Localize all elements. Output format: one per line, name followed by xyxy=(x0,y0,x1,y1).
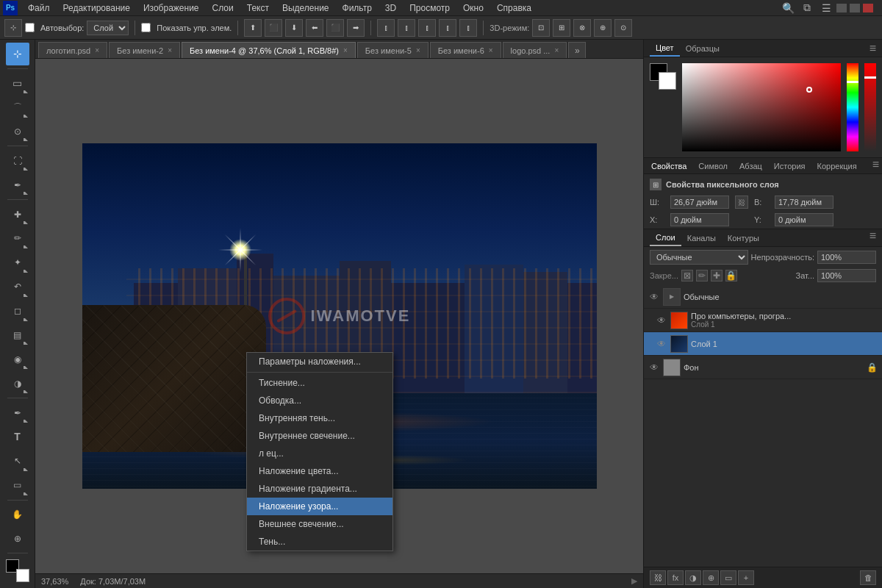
menu-view[interactable]: Просмотр xyxy=(404,1,456,15)
3d-mode-btn5[interactable]: ⊙ xyxy=(614,19,632,37)
ctx-pattern-overlay[interactable]: Наложение узора... xyxy=(247,498,392,515)
tab-character[interactable]: Символ xyxy=(694,158,732,173)
eraser-tool[interactable]: ◻ xyxy=(6,300,29,323)
3d-mode-btn1[interactable]: ⊡ xyxy=(532,19,550,37)
brush-tool[interactable]: ✏ xyxy=(6,227,29,250)
ctx-color-overlay[interactable]: Наложение цвета... xyxy=(247,462,392,480)
new-adjustment-btn[interactable]: ⊕ xyxy=(703,570,719,585)
tab-close-btn[interactable]: × xyxy=(554,46,559,54)
add-mask-btn[interactable]: ◑ xyxy=(685,570,701,585)
align-right-btn[interactable]: ➡ xyxy=(347,19,365,37)
layer-normal-group[interactable]: 👁 ▶ Обычные xyxy=(644,285,882,309)
menu-select[interactable]: Выделение xyxy=(276,1,335,15)
show-controls-checkbox[interactable] xyxy=(141,23,151,32)
tab-close-btn[interactable]: × xyxy=(343,46,348,54)
win-maximize[interactable] xyxy=(850,4,860,12)
history-brush-tool[interactable]: ↶ xyxy=(6,276,29,298)
autofill-select[interactable]: Слой xyxy=(87,21,129,35)
rect-select-tool[interactable]: ▭ xyxy=(6,72,29,95)
dodge-tool[interactable]: ◑ xyxy=(6,372,29,395)
win-close[interactable] xyxy=(863,4,873,12)
background-swatch[interactable] xyxy=(659,72,676,90)
path-select-tool[interactable]: ↖ xyxy=(6,450,29,473)
tab-close-btn[interactable]: × xyxy=(168,46,172,54)
align-bottom-btn[interactable]: ⬇ xyxy=(285,19,303,37)
ctx-gradient-overlay[interactable]: Наложение градиента... xyxy=(247,480,392,498)
lasso-tool[interactable]: ⌒ xyxy=(6,96,29,119)
color-alpha-bar[interactable] xyxy=(864,63,876,151)
distribute-btn5[interactable]: ⫿ xyxy=(459,19,477,37)
menu-layers[interactable]: Слои xyxy=(207,1,240,15)
move-tool[interactable]: ⊹ xyxy=(6,43,29,65)
align-left-btn[interactable]: ⬅ xyxy=(306,19,323,37)
workspace-icon[interactable]: ☰ xyxy=(817,0,835,17)
menu-filter[interactable]: Фильтр xyxy=(337,1,378,15)
tab-channels[interactable]: Каналы xyxy=(681,229,722,246)
distribute-btn2[interactable]: ⫿ xyxy=(398,19,415,37)
menu-image[interactable]: Изображение xyxy=(137,1,205,15)
tab-paragraph[interactable]: Абзац xyxy=(735,158,767,173)
search-icon[interactable]: 🔍 xyxy=(779,0,797,17)
autofill-checkbox[interactable] xyxy=(25,23,35,32)
properties-menu[interactable]: ≡ xyxy=(872,158,879,173)
layer-visibility-toggle[interactable]: 👁 xyxy=(656,315,667,326)
tab-close-btn[interactable]: × xyxy=(489,46,493,54)
color-fg-bg[interactable] xyxy=(650,63,676,90)
align-top-btn[interactable]: ⬆ xyxy=(244,19,262,37)
menu-help[interactable]: Справка xyxy=(491,1,537,15)
ctx-blend-options[interactable]: Параметры наложения... xyxy=(247,353,392,370)
ctx-inner-glow[interactable]: Внутреннее свечение... xyxy=(247,427,392,445)
layer-1[interactable]: 👁 Слой 1 xyxy=(644,332,882,356)
tab-history[interactable]: История xyxy=(770,158,810,173)
ctx-emboss[interactable]: Тиснение... xyxy=(247,374,392,392)
lock-pixels-btn[interactable]: ✏ xyxy=(696,270,708,282)
distribute-btn3[interactable]: ⫿ xyxy=(418,19,436,37)
tab-correction[interactable]: Коррекция xyxy=(813,158,861,173)
width-value[interactable]: 26,67 дюйм xyxy=(670,196,729,209)
distribute-btn4[interactable]: ⫿ xyxy=(439,19,456,37)
tab-bezimeni5[interactable]: Без имени-5 × xyxy=(357,42,429,58)
menu-3d[interactable]: 3D xyxy=(379,1,402,15)
clone-tool[interactable]: ✦ xyxy=(6,251,29,274)
scroll-indicator[interactable]: ▶ xyxy=(631,576,637,586)
ctx-inner-shadow[interactable]: Внутренняя тень... xyxy=(247,409,392,427)
zoom-tool[interactable]: ⊕ xyxy=(6,527,29,550)
blend-mode-select[interactable]: Обычные xyxy=(650,250,748,265)
tab-close-btn[interactable]: × xyxy=(416,46,420,54)
tabs-more-btn[interactable]: » xyxy=(568,42,586,58)
layer-visibility-toggle[interactable]: 👁 xyxy=(656,338,667,350)
win-minimize[interactable] xyxy=(836,4,847,12)
menu-edit[interactable]: Редактирование xyxy=(57,1,136,15)
move-tool-options[interactable]: ⊹ xyxy=(4,19,22,37)
hand-tool[interactable]: ✋ xyxy=(6,503,29,526)
ctx-shadow[interactable]: Тень... xyxy=(247,533,392,551)
add-style-btn[interactable]: fx xyxy=(667,570,684,585)
shape-tool[interactable]: ▭ xyxy=(6,474,29,497)
arrange-icon[interactable]: ⧉ xyxy=(798,0,816,17)
healing-tool[interactable]: ✚ xyxy=(6,203,29,226)
color-panel-menu[interactable]: ≡ xyxy=(870,42,876,55)
layer-pro-computers[interactable]: 👁 Про компьютеры, програ... Слой 1 xyxy=(644,309,882,332)
tab-logotip[interactable]: логотип.psd × xyxy=(38,42,107,58)
canvas-scroll[interactable]: IWAMOTVЕ Параметры наложения... Тиснение… xyxy=(35,59,643,573)
ctx-outer-glow[interactable]: Внешнее свечение... xyxy=(247,515,392,533)
lock-position-btn[interactable]: ✚ xyxy=(711,270,723,282)
tab-properties[interactable]: Свойства xyxy=(647,158,691,173)
menu-text[interactable]: Текст xyxy=(241,1,275,15)
lock-all-btn[interactable]: 🔒 xyxy=(725,270,737,282)
tab-logo[interactable]: logo.psd ... × xyxy=(503,42,567,58)
opacity-value[interactable]: 100% xyxy=(817,251,876,264)
align-center-btn[interactable]: ⬛ xyxy=(326,19,344,37)
eyedropper-tool[interactable]: ✒ xyxy=(6,173,29,196)
tab-bezimeni2[interactable]: Без имени-2 × xyxy=(109,42,180,58)
link-proportions-btn[interactable]: ⛓ xyxy=(735,196,748,209)
distribute-btn1[interactable]: ⫿ xyxy=(377,19,395,37)
fg-bg-colors[interactable] xyxy=(6,559,29,582)
ctx-satin[interactable]: л ец... xyxy=(247,445,392,462)
fill-value[interactable]: 100% xyxy=(817,269,876,282)
tab-paths[interactable]: Контуры xyxy=(722,229,765,246)
ctx-stroke[interactable]: Обводка... xyxy=(247,392,392,409)
tab-color[interactable]: Цвет xyxy=(650,40,680,57)
3d-mode-btn2[interactable]: ⊞ xyxy=(553,19,570,37)
color-hue-bar[interactable] xyxy=(847,63,858,151)
